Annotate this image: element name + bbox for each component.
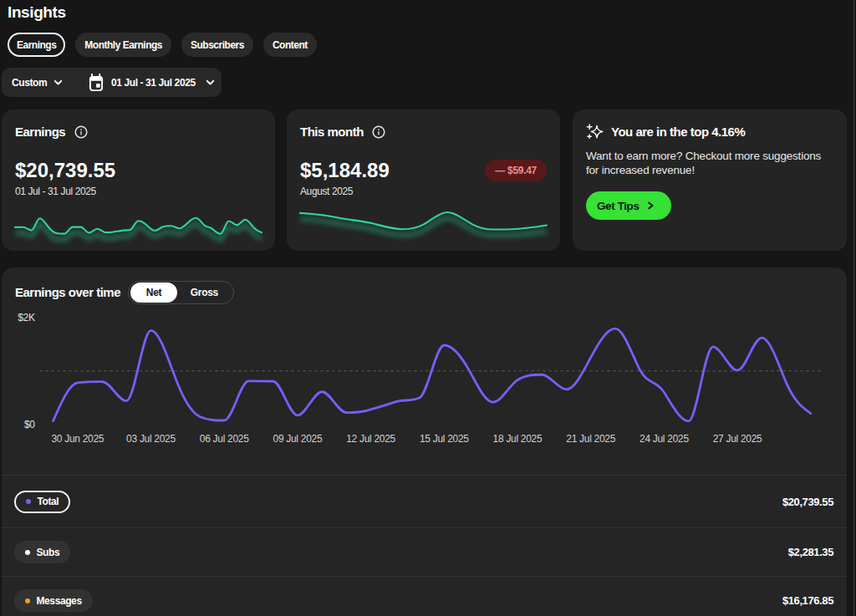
- legend-row-messages: Messages $16,176.85: [2, 576, 847, 616]
- tips-card-header: You are in the top 4.16%: [586, 123, 745, 140]
- earnings-over-time-card: Earnings over time Net Gross $2K$030 Jun…: [2, 267, 847, 616]
- y-axis-label: $0: [24, 419, 35, 430]
- tab-subscribers[interactable]: Subscribers: [181, 33, 253, 57]
- date-range-picker[interactable]: 01 Jul - 31 Jul 2025: [88, 74, 215, 91]
- tab-content[interactable]: Content: [263, 33, 317, 57]
- y-axis-label: $2K: [18, 312, 35, 323]
- legend-pill-subs[interactable]: Subs: [14, 541, 71, 563]
- x-axis-label: 15 Jul 2025: [420, 433, 469, 445]
- earnings-period: 01 Jul - 31 Jul 2025: [15, 186, 96, 197]
- earnings-card: Earnings $20,739.55 01 Jul - 31 Jul 2025: [2, 109, 275, 251]
- chevron-right-icon: [647, 201, 655, 211]
- x-axis-label: 18 Jul 2025: [493, 433, 543, 445]
- earnings-over-time-title: Earnings over time: [15, 285, 120, 299]
- legend-label-subs: Subs: [37, 547, 60, 558]
- legend-label-total: Total: [38, 496, 59, 507]
- get-tips-button[interactable]: Get Tips: [586, 191, 671, 220]
- tab-earnings[interactable]: Earnings: [8, 33, 65, 57]
- net-gross-toggle: Net Gross: [128, 281, 234, 304]
- legend-value-messages: $16,176.85: [782, 594, 833, 607]
- earnings-card-title: Earnings: [15, 125, 65, 139]
- scrollbar[interactable]: [853, 0, 854, 616]
- preset-label: Custom: [12, 77, 47, 89]
- chevron-down-icon: [206, 78, 215, 87]
- total-dot: [26, 499, 31, 504]
- this-month-card-header: This month: [300, 125, 385, 139]
- calendar-icon: [88, 74, 105, 91]
- earnings-amount: $20,739.55: [15, 159, 115, 182]
- this-month-period: August 2025: [300, 186, 353, 197]
- this-month-card: This month $5,184.89 — $59.47 August 202…: [287, 109, 560, 251]
- tips-card: You are in the top 4.16% Want to earn mo…: [573, 109, 847, 251]
- legend-rows: Total $20,739.55 Subs $2,281.35 Messages…: [2, 475, 847, 616]
- legend-pill-messages[interactable]: Messages: [14, 589, 93, 612]
- x-axis-label: 03 Jul 2025: [126, 433, 176, 445]
- get-tips-label: Get Tips: [597, 200, 639, 212]
- this-month-card-title: This month: [300, 125, 364, 139]
- toggle-gross[interactable]: Gross: [177, 283, 232, 303]
- legend-row-subs: Subs $2,281.35: [2, 527, 847, 576]
- tips-title: You are in the top 4.16%: [611, 125, 745, 139]
- x-axis-label: 12 Jul 2025: [346, 433, 395, 445]
- earnings-over-time-header: Earnings over time Net Gross: [15, 281, 234, 304]
- x-axis-label: 30 Jun 2025: [51, 433, 104, 445]
- earnings-amount-row: $20,739.55: [15, 159, 262, 182]
- messages-dot: [25, 598, 30, 603]
- chevron-down-icon: [54, 78, 63, 87]
- x-axis-label: 27 Jul 2025: [713, 433, 762, 445]
- tab-monthly-earnings[interactable]: Monthly Earnings: [75, 33, 171, 57]
- tips-body: Want to earn more? Checkout more suggest…: [586, 149, 828, 177]
- earnings-sparkline: [13, 203, 263, 251]
- sparkline-path: [300, 212, 547, 229]
- subs-dot: [25, 550, 30, 555]
- net-earnings-line: [54, 328, 811, 421]
- earnings-card-header: Earnings: [15, 125, 88, 139]
- page-title: Insights: [8, 3, 66, 22]
- delta-badge: — $59.47: [485, 160, 547, 181]
- legend-pill-total[interactable]: Total: [14, 491, 71, 513]
- earnings-line-chart: $2K$030 Jun 202503 Jul 202506 Jul 202509…: [2, 309, 847, 475]
- date-filter-bar: Custom 01 Jul - 31 Jul 2025: [2, 68, 222, 97]
- date-range-label: 01 Jul - 31 Jul 2025: [111, 77, 196, 89]
- toggle-net[interactable]: Net: [130, 283, 176, 303]
- legend-value-subs: $2,281.35: [788, 546, 833, 558]
- this-month-sparkline: [298, 203, 548, 251]
- x-axis-label: 09 Jul 2025: [273, 433, 323, 445]
- info-icon[interactable]: [372, 125, 385, 139]
- preset-dropdown[interactable]: Custom: [2, 77, 63, 89]
- this-month-amount-row: $5,184.89 — $59.47: [300, 159, 547, 182]
- x-axis-label: 24 Jul 2025: [639, 433, 689, 445]
- legend-label-messages: Messages: [37, 595, 82, 607]
- info-icon[interactable]: [74, 125, 88, 139]
- legend-row-total: Total $20,739.55: [2, 475, 847, 527]
- x-axis-label: 21 Jul 2025: [566, 433, 615, 445]
- tab-bar: Earnings Monthly Earnings Subscribers Co…: [8, 33, 317, 57]
- sparkles-icon: [586, 123, 604, 140]
- this-month-amount: $5,184.89: [300, 159, 390, 182]
- legend-value-total: $20,739.55: [782, 496, 833, 508]
- x-axis-label: 06 Jul 2025: [200, 433, 249, 445]
